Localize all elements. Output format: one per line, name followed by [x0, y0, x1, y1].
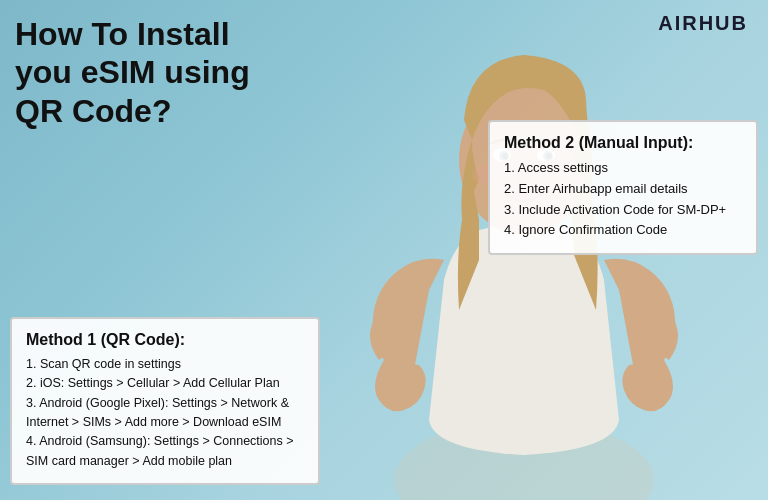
- method2-content: 1. Access settings 2. Enter Airhubapp em…: [504, 158, 742, 241]
- method1-step1: 1. Scan QR code in settings: [26, 355, 304, 374]
- method2-step3: 3. Include Activation Code for SM-DP+: [504, 200, 742, 221]
- method1-step2: 2. iOS: Settings > Cellular > Add Cellul…: [26, 374, 304, 393]
- main-title: How To Install you eSIM using QR Code?: [15, 15, 250, 130]
- method1-title: Method 1 (QR Code):: [26, 331, 304, 349]
- method2-step2: 2. Enter Airhubapp email details: [504, 179, 742, 200]
- title-text: How To Install you eSIM using QR Code?: [15, 15, 250, 130]
- method1-step3: 3. Android (Google Pixel): Settings > Ne…: [26, 394, 304, 433]
- brand-logo: AIRHUB: [658, 12, 748, 35]
- method2-box: Method 2 (Manual Input): 1. Access setti…: [488, 120, 758, 255]
- method1-content: 1. Scan QR code in settings 2. iOS: Sett…: [26, 355, 304, 471]
- method2-step1: 1. Access settings: [504, 158, 742, 179]
- method1-box: Method 1 (QR Code): 1. Scan QR code in s…: [10, 317, 320, 485]
- method2-step4: 4. Ignore Confirmation Code: [504, 220, 742, 241]
- method2-title: Method 2 (Manual Input):: [504, 134, 742, 152]
- method1-step4: 4. Android (Samsung): Settings > Connect…: [26, 432, 304, 471]
